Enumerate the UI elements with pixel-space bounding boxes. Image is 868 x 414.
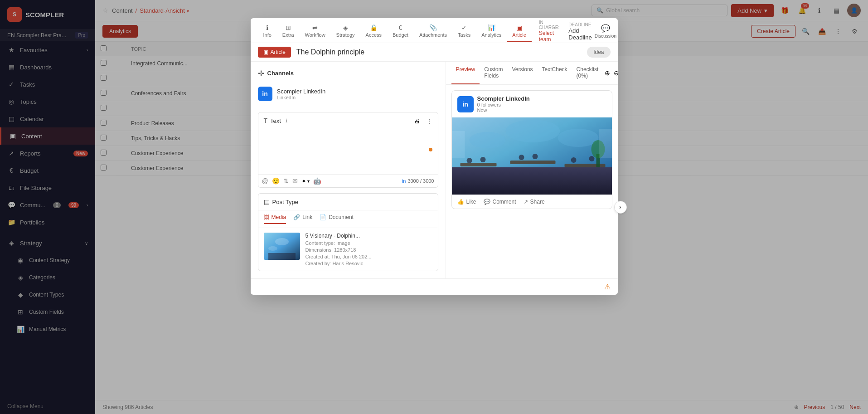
svg-point-14 bbox=[519, 155, 524, 160]
modal-tab-info[interactable]: ℹ Info bbox=[258, 20, 277, 42]
deadline-value[interactable]: Add Deadline bbox=[568, 27, 592, 41]
linkedin-followers: 0 followers bbox=[477, 102, 530, 107]
custom-fields-tab[interactable]: Custom Fields bbox=[480, 62, 507, 84]
linkedin-account-name: Scompler LinkedIn bbox=[477, 95, 530, 102]
modal-header: ℹ Info ⊞ Extra ⇌ Workflow bbox=[251, 18, 618, 62]
modal-title: The Dolphin principle bbox=[296, 48, 364, 56]
post-type-tabs: 🖼 Media 🔗 Link 📄 Document bbox=[258, 210, 438, 228]
discussion-button[interactable]: 💬 Discussion bbox=[592, 22, 618, 40]
media-dimensions: Dimensions: 1280x718 bbox=[305, 247, 372, 253]
channels-icon: ⊹ bbox=[258, 69, 264, 78]
modal-bottom-bar: ⚠ bbox=[251, 278, 618, 295]
mention-icon[interactable]: @ bbox=[262, 177, 268, 185]
linkedin-card-header: in Scompler LinkedIn 0 followers Now bbox=[452, 91, 612, 117]
text-editor-toolbar: @ 🙂 ⇅ ✉ ✦ ▾ 🤖 in 3000 / 3000 bbox=[258, 174, 438, 187]
channel-item: in Scompler LinkedIn LinkedIn bbox=[258, 83, 438, 105]
email-icon[interactable]: ✉ bbox=[292, 177, 298, 185]
text-format-icon: T bbox=[264, 117, 268, 124]
svg-point-2 bbox=[268, 246, 277, 251]
magic-tools[interactable]: ✦ ▾ bbox=[301, 178, 310, 185]
post-type-label: Post Type bbox=[272, 199, 299, 205]
magic-icon: ✦ bbox=[301, 178, 306, 185]
channels-header: ⊹ Channels bbox=[258, 69, 438, 78]
comment-button[interactable]: 💬 Comment bbox=[484, 199, 516, 205]
modal-tab-attachments[interactable]: 📎 Attachments bbox=[414, 20, 452, 42]
share-icon: ↗ bbox=[524, 199, 528, 205]
budget-nav-icon: € bbox=[399, 24, 402, 31]
modal-nav-tabs: ℹ Info ⊞ Extra ⇌ Workflow bbox=[251, 18, 618, 43]
warning-icon: ⚠ bbox=[604, 282, 611, 291]
svg-point-15 bbox=[532, 154, 538, 159]
deadline-label: DEADLINE bbox=[568, 22, 592, 27]
status-badge[interactable]: Idea bbox=[587, 47, 610, 58]
text-info-icon[interactable]: ℹ bbox=[286, 118, 287, 124]
comment-icon: 💬 bbox=[484, 199, 490, 205]
channel-name: Scompler LinkedIn bbox=[277, 88, 326, 95]
text-section-title: Text bbox=[270, 117, 281, 124]
share-button[interactable]: ↗ Share bbox=[524, 199, 545, 205]
info-nav-icon: ℹ bbox=[266, 24, 268, 31]
modal-left-panel: ⊹ Channels in Scompler LinkedIn LinkedIn bbox=[251, 62, 446, 278]
ai-generate-icon[interactable]: 🤖 bbox=[313, 177, 321, 185]
svg-rect-8 bbox=[452, 167, 612, 195]
expand-icon[interactable]: ⊕ bbox=[603, 62, 612, 84]
panel-expand-arrow[interactable]: › bbox=[614, 201, 627, 214]
more-text-icon[interactable]: ⋮ bbox=[427, 117, 432, 124]
channel-type: LinkedIn bbox=[277, 95, 326, 100]
article-badge: ▣ Article bbox=[258, 47, 291, 58]
strategy-nav-icon: ◈ bbox=[343, 24, 348, 31]
tasks-nav-icon: ✓ bbox=[461, 24, 467, 31]
svg-point-1 bbox=[275, 238, 289, 245]
deadline-field: DEADLINE Add Deadline bbox=[568, 22, 592, 41]
textcheck-tab[interactable]: TextCheck bbox=[538, 62, 572, 84]
article-modal: ℹ Info ⊞ Extra ⇌ Workflow bbox=[251, 18, 618, 295]
link-icon: 🔗 bbox=[293, 214, 300, 220]
media-item: 5 Visionary - Dolphin... Content type: I… bbox=[258, 228, 438, 271]
arrow-icon[interactable]: ⇅ bbox=[283, 177, 289, 185]
linkedin-char-icon: in bbox=[402, 178, 406, 184]
post-type-link-tab[interactable]: 🔗 Link bbox=[293, 214, 312, 224]
modal-meta: IN CHARGE: Select team DEADLINE Add Dead… bbox=[539, 20, 592, 43]
modal-tab-strategy[interactable]: ◈ Strategy bbox=[331, 20, 360, 42]
like-button[interactable]: 👍 Like bbox=[457, 199, 476, 205]
modal-tab-access[interactable]: 🔒 Access bbox=[360, 20, 387, 42]
modal-tab-tasks[interactable]: ✓ Tasks bbox=[452, 20, 476, 42]
collapse-right-icon[interactable]: ⊖ bbox=[612, 62, 617, 84]
svg-rect-3 bbox=[268, 253, 296, 260]
preview-content: in Scompler LinkedIn 0 followers Now bbox=[446, 85, 618, 214]
modal-tab-article[interactable]: ▣ Article bbox=[507, 20, 532, 42]
modal-tab-analytics[interactable]: 📊 Analytics bbox=[476, 20, 507, 42]
checklist-tab[interactable]: Checklist (0%) bbox=[572, 62, 603, 84]
modal-tab-workflow[interactable]: ⇌ Workflow bbox=[300, 20, 331, 42]
channels-section: ⊹ Channels in Scompler LinkedIn LinkedIn bbox=[258, 69, 438, 105]
post-type-media-tab[interactable]: 🖼 Media bbox=[264, 214, 286, 224]
in-charge-value[interactable]: Select team bbox=[539, 30, 560, 43]
in-charge-label: IN CHARGE: bbox=[539, 20, 560, 30]
print-icon[interactable]: 🖨 bbox=[414, 117, 420, 124]
post-type-icon: ▤ bbox=[264, 198, 270, 205]
svg-rect-21 bbox=[599, 129, 612, 158]
media-content-type: Content type: Image bbox=[305, 240, 372, 246]
modal-tab-extra[interactable]: ⊞ Extra bbox=[277, 20, 300, 42]
preview-tab[interactable]: Preview bbox=[451, 62, 480, 84]
emoji-icon[interactable]: 🙂 bbox=[272, 177, 280, 185]
text-editor-container bbox=[258, 129, 438, 174]
versions-tab[interactable]: Versions bbox=[508, 62, 538, 84]
media-created-at: Created at: Thu, Jun 06 202... bbox=[305, 254, 372, 259]
post-type-document-tab[interactable]: 📄 Document bbox=[320, 214, 354, 224]
modal-right-panel: Preview Custom Fields Versions TextCheck… bbox=[446, 62, 618, 278]
media-image bbox=[264, 233, 300, 260]
svg-point-5 bbox=[505, 120, 560, 142]
svg-point-16 bbox=[571, 157, 576, 163]
article-badge-icon: ▣ bbox=[263, 49, 268, 55]
text-section: T Text ℹ 🖨 ⋮ @ 🙂 ⇅ ✉ bbox=[258, 112, 438, 188]
media-name: 5 Visionary - Dolphin... bbox=[305, 233, 372, 239]
modal-tab-budget[interactable]: € Budget bbox=[387, 20, 414, 42]
modal-action-buttons: 💬 Discussion 🎓 Tutorials ⋮ Options ✕ Clo… bbox=[592, 22, 618, 40]
modal-title-row: ▣ Article The Dolphin principle Idea bbox=[251, 43, 618, 61]
modal-body: ⊹ Channels in Scompler LinkedIn LinkedIn bbox=[251, 62, 618, 278]
text-section-header: T Text ℹ 🖨 ⋮ bbox=[258, 112, 438, 129]
linkedin-preview-card: in Scompler LinkedIn 0 followers Now bbox=[451, 90, 612, 209]
text-editor[interactable] bbox=[262, 133, 434, 169]
media-info: 5 Visionary - Dolphin... Content type: I… bbox=[305, 233, 372, 266]
